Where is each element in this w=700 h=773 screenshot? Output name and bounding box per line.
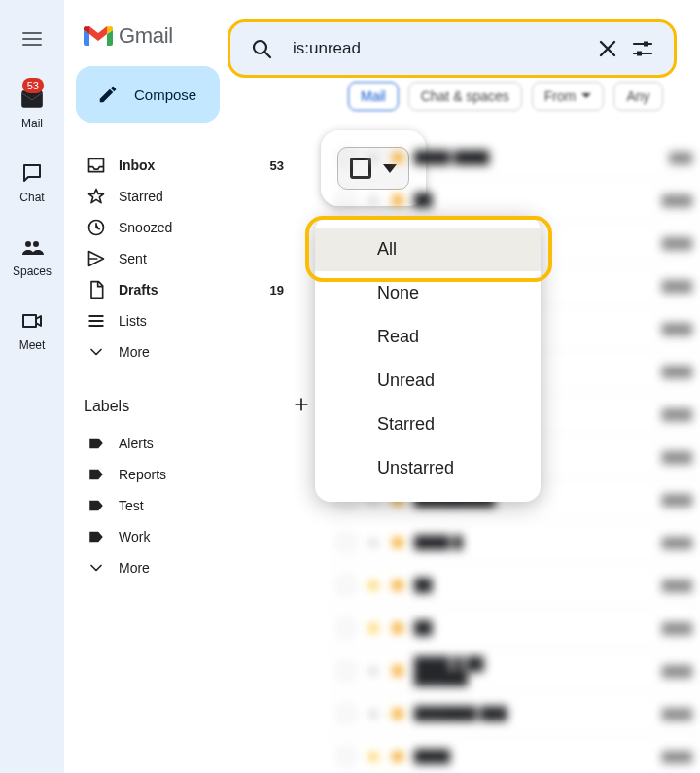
pencil-icon <box>97 84 119 105</box>
sidebar: Compose Inbox 53 Starred Snoozed Sent Dr… <box>76 66 319 583</box>
nav-drafts-label: Drafts <box>119 282 270 298</box>
svg-point-3 <box>254 41 266 53</box>
label-text: Work <box>119 529 311 545</box>
label-item[interactable]: Reports <box>76 459 319 490</box>
search-options-button[interactable] <box>625 37 660 60</box>
dropdown-item-read[interactable]: Read <box>315 315 541 359</box>
nav-snoozed-label: Snoozed <box>119 220 311 235</box>
chevron-down-icon <box>87 558 106 578</box>
meet-icon <box>20 309 44 333</box>
gmail-logo-icon <box>84 24 113 48</box>
nav-more-label: More <box>119 344 311 360</box>
clear-search-button[interactable] <box>590 37 625 60</box>
compose-label: Compose <box>134 87 196 103</box>
tune-icon <box>631 37 654 60</box>
search-bar[interactable] <box>228 19 677 78</box>
chevron-down-icon <box>87 342 106 362</box>
chat-icon <box>20 161 44 185</box>
app-rail: 53 Mail Chat Spaces Meet <box>0 0 64 773</box>
nav-drafts-count: 19 <box>270 283 284 298</box>
rail-mail[interactable]: 53 Mail <box>17 84 48 130</box>
gmail-logo[interactable]: Gmail <box>84 23 173 49</box>
label-item[interactable]: Test <box>76 490 319 521</box>
chip-label: Chat & spaces <box>421 88 509 104</box>
nav-inbox-label: Inbox <box>119 158 270 173</box>
drafts-icon <box>87 280 106 299</box>
search-icon <box>250 37 273 60</box>
labels-more-label: More <box>119 560 311 576</box>
nav-starred-label: Starred <box>119 189 311 204</box>
labels-more[interactable]: More <box>76 552 319 583</box>
rail-spaces[interactable]: Spaces <box>13 231 52 278</box>
search-button[interactable] <box>244 37 279 60</box>
svg-point-1 <box>33 241 39 247</box>
caret-icon <box>581 91 591 101</box>
add-label-button[interactable] <box>292 395 311 418</box>
chip-label: Any <box>626 88 649 104</box>
hamburger-icon <box>20 27 44 51</box>
nav-drafts[interactable]: Drafts 19 <box>76 274 319 305</box>
svg-point-0 <box>25 241 31 247</box>
label-text: Test <box>119 498 311 513</box>
nav-sent-label: Sent <box>119 251 311 266</box>
search-input[interactable] <box>293 39 590 58</box>
star-icon <box>87 187 106 206</box>
dropdown-item-all[interactable]: All <box>315 228 541 271</box>
dropdown-item-unread[interactable]: Unread <box>315 359 541 403</box>
rail-chat[interactable]: Chat <box>17 158 48 204</box>
nav-inbox[interactable]: Inbox 53 <box>76 150 319 181</box>
label-text: Alerts <box>119 436 311 451</box>
nav-lists[interactable]: Lists <box>76 305 319 336</box>
rail-meet-label: Meet <box>19 338 46 352</box>
rail-mail-label: Mail <box>21 117 43 130</box>
svg-rect-5 <box>637 52 642 56</box>
labels-header: Labels <box>76 395 319 418</box>
chip-from[interactable]: From <box>532 82 605 111</box>
label-item[interactable]: Work <box>76 521 319 552</box>
rail-meet[interactable]: Meet <box>17 305 48 352</box>
menu-button[interactable] <box>20 27 44 54</box>
label-icon <box>88 466 105 483</box>
nav-inbox-count: 53 <box>270 158 284 173</box>
dropdown-item-starred[interactable]: Starred <box>315 403 541 446</box>
filter-chips: Mail Chat & spaces From Any <box>348 82 663 111</box>
label-icon <box>88 497 105 514</box>
gmail-logo-text: Gmail <box>119 23 173 49</box>
labels-header-text: Labels <box>84 398 129 415</box>
clock-icon <box>87 218 106 237</box>
nav-more[interactable]: More <box>76 336 319 368</box>
nav-lists-label: Lists <box>119 313 311 329</box>
lists-icon <box>87 311 106 331</box>
nav-snoozed[interactable]: Snoozed <box>76 212 319 243</box>
rail-spaces-label: Spaces <box>13 264 52 278</box>
label-item[interactable]: Alerts <box>76 428 319 459</box>
dropdown-item-unstarred[interactable]: Unstarred <box>315 446 541 490</box>
rail-chat-label: Chat <box>19 191 44 204</box>
inbox-icon <box>87 156 106 175</box>
nav-starred[interactable]: Starred <box>76 181 319 212</box>
label-text: Reports <box>119 467 311 482</box>
spaces-icon <box>20 235 44 259</box>
select-dropdown: All None Read Unread Starred Unstarred <box>315 216 541 502</box>
chip-chat-spaces[interactable]: Chat & spaces <box>408 82 522 111</box>
svg-rect-4 <box>644 42 648 47</box>
label-icon <box>88 528 105 545</box>
label-icon <box>88 435 105 452</box>
dropdown-item-none[interactable]: None <box>315 271 541 315</box>
sent-icon <box>87 249 106 268</box>
chip-any[interactable]: Any <box>613 82 662 111</box>
labels-list: Alerts Reports Test Work More <box>76 428 319 583</box>
chip-label: From <box>544 88 577 104</box>
nav-list: Inbox 53 Starred Snoozed Sent Drafts 19 … <box>76 150 319 368</box>
plus-icon <box>292 395 311 414</box>
chip-mail[interactable]: Mail <box>348 82 399 111</box>
close-icon <box>596 37 619 60</box>
compose-button[interactable]: Compose <box>76 66 220 123</box>
nav-sent[interactable]: Sent <box>76 243 319 274</box>
chip-label: Mail <box>361 88 386 104</box>
mail-badge: 53 <box>22 78 44 93</box>
